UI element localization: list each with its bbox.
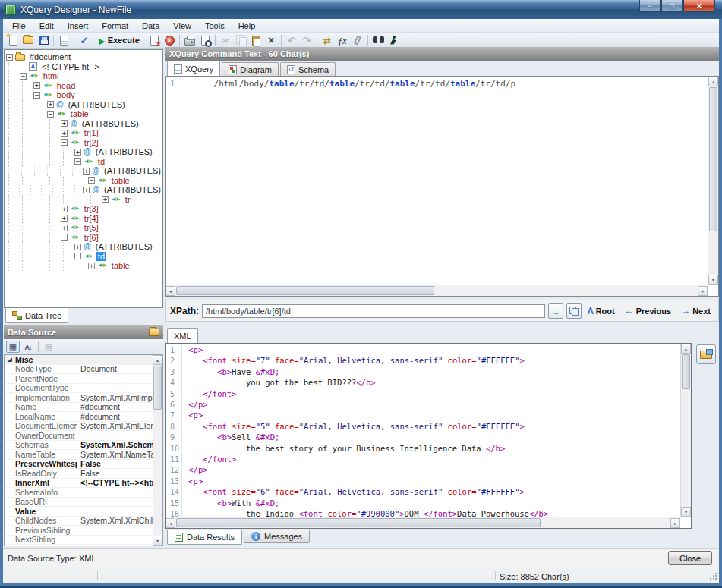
paste-button[interactable] xyxy=(249,33,263,47)
property-row[interactable]: SchemasSystem.Xml.Schema.. xyxy=(5,441,153,451)
copy-button[interactable] xyxy=(234,33,247,47)
sort-alphabetical-button[interactable] xyxy=(21,341,35,353)
attach-button[interactable] xyxy=(351,33,364,47)
data-source-folder-icon[interactable] xyxy=(149,329,159,336)
xpath-copy-button[interactable] xyxy=(566,303,582,319)
tree-item[interactable]: tr xyxy=(5,195,162,205)
root-button[interactable]: Root xyxy=(585,306,618,316)
tree-item[interactable]: table xyxy=(5,109,162,119)
maximize-button[interactable] xyxy=(661,0,683,12)
tree-item[interactable]: html xyxy=(5,71,162,81)
tree-item[interactable]: tr[2] xyxy=(5,138,162,148)
property-pages-button[interactable] xyxy=(42,341,55,353)
property-row[interactable]: BaseURI xyxy=(5,498,153,508)
scrollbar-thumb[interactable] xyxy=(176,286,434,295)
tab-schema[interactable]: Schema xyxy=(280,62,336,76)
tree-item[interactable]: tr[5] xyxy=(5,223,162,233)
collapse-icon[interactable] xyxy=(74,158,81,165)
xml-hscrollbar[interactable] xyxy=(166,517,680,528)
xquery-code-editor[interactable]: 1/html/body/table/tr/td/table/tr/td/tabl… xyxy=(165,76,719,297)
expand-icon[interactable] xyxy=(61,206,68,212)
expand-icon[interactable] xyxy=(88,263,95,269)
expand-icon[interactable] xyxy=(47,101,54,108)
menu-data[interactable]: Data xyxy=(135,20,166,32)
property-row[interactable]: IsReadOnlyFalse xyxy=(5,469,153,479)
resize-grip[interactable] xyxy=(709,573,717,580)
tree-item[interactable]: (ATTRIBUTES) xyxy=(5,185,162,195)
scroll-right-icon[interactable] xyxy=(670,518,680,528)
property-row[interactable]: LocalName#document xyxy=(5,412,153,422)
xquery-vscrollbar[interactable] xyxy=(708,77,718,285)
tree-item[interactable]: #document xyxy=(5,52,162,62)
open-button[interactable] xyxy=(21,33,35,47)
scrollbar-thumb[interactable] xyxy=(176,518,541,527)
categorized-button[interactable] xyxy=(6,341,20,353)
xml-map-button[interactable] xyxy=(320,33,334,47)
tree-item[interactable]: (ATTRIBUTES) xyxy=(5,119,162,129)
tree-item[interactable]: tr[6] xyxy=(5,233,162,243)
function-button[interactable] xyxy=(336,33,349,47)
property-row[interactable]: DocumentType xyxy=(5,384,153,394)
expand-icon[interactable] xyxy=(83,187,90,193)
tree-item[interactable]: td xyxy=(5,157,162,167)
property-row[interactable]: PreserveWhitespacFalse xyxy=(5,460,153,470)
tree-item[interactable]: head xyxy=(5,81,162,91)
find-button[interactable] xyxy=(371,33,385,47)
new-file-button[interactable] xyxy=(6,33,20,47)
scroll-left-icon[interactable] xyxy=(166,518,175,528)
property-row[interactable]: ChildNodesSystem.Xml.XmlChildNod xyxy=(5,517,153,527)
stop-button[interactable] xyxy=(162,33,176,47)
property-row[interactable]: SchemaInfo xyxy=(5,488,153,498)
cut-button[interactable] xyxy=(219,33,232,47)
xml-vscrollbar[interactable] xyxy=(680,344,691,517)
tab-data-results[interactable]: Data Results xyxy=(167,530,242,545)
property-row[interactable]: NodeTypeDocument xyxy=(5,365,153,375)
collapse-icon[interactable] xyxy=(61,139,68,146)
property-row[interactable]: InnerXml<!--CTYPE ht--><html xyxy=(5,479,153,489)
tab-xml[interactable]: XML xyxy=(167,328,198,343)
xml-result-viewer[interactable]: 1<p>2<font size="7" face="Arial, Helveti… xyxy=(165,343,692,529)
tree-item[interactable]: td xyxy=(5,252,162,262)
property-grid-scrollbar[interactable] xyxy=(153,355,162,546)
print-preview-button[interactable] xyxy=(198,33,212,47)
tree-item[interactable]: table xyxy=(5,176,162,186)
property-row[interactable]: OwnerDocument xyxy=(5,431,153,441)
tree-item[interactable]: <!-CTYPE ht--> xyxy=(5,62,162,72)
menu-help[interactable]: Help xyxy=(232,20,263,32)
tree-item[interactable]: body xyxy=(5,90,162,100)
collapse-icon[interactable] xyxy=(88,177,95,184)
tab-xquery[interactable]: XQuery xyxy=(167,61,220,76)
xpath-go-button[interactable] xyxy=(548,303,563,319)
exit-button[interactable] xyxy=(386,33,400,47)
tab-data-tree[interactable]: Data Tree xyxy=(5,308,68,323)
scroll-left-icon[interactable] xyxy=(166,286,175,296)
menu-tools[interactable]: Tools xyxy=(198,20,232,32)
collapse-icon[interactable] xyxy=(74,253,81,259)
previous-button[interactable]: Previous xyxy=(621,305,674,316)
collapse-icon[interactable] xyxy=(47,111,54,118)
cancel-execute-button[interactable] xyxy=(147,33,161,47)
scroll-down-icon[interactable] xyxy=(681,507,691,517)
expand-icon[interactable] xyxy=(33,82,40,89)
scroll-down-icon[interactable] xyxy=(153,536,162,546)
property-row[interactable]: PreviousSibling xyxy=(5,526,153,536)
validate-button[interactable] xyxy=(57,33,71,47)
next-button[interactable]: Next xyxy=(677,305,714,316)
collapse-icon[interactable] xyxy=(33,92,40,99)
print-button[interactable] xyxy=(183,33,197,47)
tree-item[interactable]: tr[1] xyxy=(5,128,162,138)
scroll-up-icon[interactable] xyxy=(681,344,691,354)
scrollbar-thumb[interactable] xyxy=(682,354,690,389)
property-row[interactable]: Value xyxy=(5,507,153,517)
collapse-icon[interactable] xyxy=(61,234,68,241)
expand-icon[interactable] xyxy=(83,168,90,175)
tree-item[interactable]: tr[3] xyxy=(5,204,162,214)
delete-button[interactable] xyxy=(264,33,278,47)
close-window-button[interactable] xyxy=(683,0,715,12)
property-row[interactable]: NameTableSystem.Xml.NameTable xyxy=(5,450,153,460)
property-row[interactable]: ParentNode xyxy=(5,374,153,384)
tree-item[interactable]: (ATTRIBUTES) xyxy=(5,147,162,157)
expand-icon[interactable] xyxy=(61,225,68,231)
scroll-up-icon[interactable] xyxy=(153,355,162,365)
minimize-button[interactable] xyxy=(639,0,661,12)
